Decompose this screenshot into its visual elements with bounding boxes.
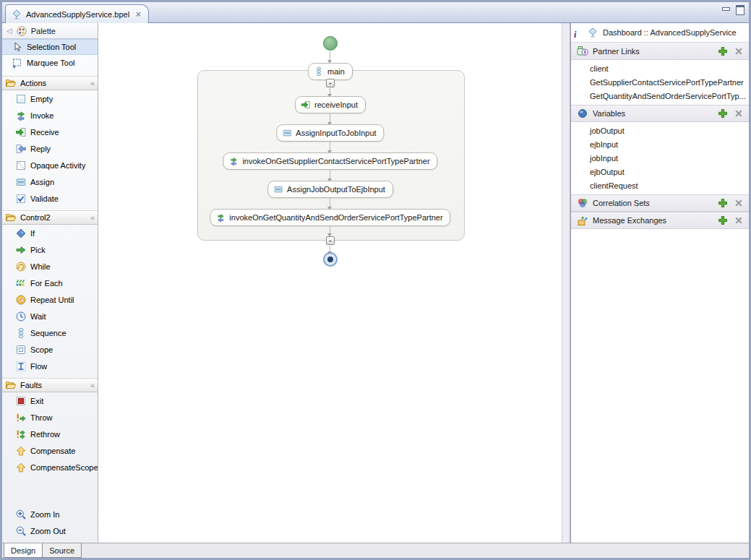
variable-item[interactable]: ejbOutput [571,165,749,178]
delete-icon[interactable] [733,46,744,57]
collapse-toggle[interactable]: - [326,79,335,87]
add-icon[interactable] [717,108,729,119]
palette-item-rethrow[interactable]: Rethrow [2,426,98,442]
partner-link-label: client [590,64,609,73]
node-AssignJobOutputToEjbInput[interactable]: AssignJobOutputToEjbInput [267,181,393,198]
palette-item-wait[interactable]: Wait [2,308,98,324]
compensate-scope-icon [15,462,27,473]
pick-icon [15,244,27,256]
assign-icon [15,176,27,188]
palette-panel: ◁ Palette Selection Tool Marquee Tool [2,23,98,543]
palette-item-label: Rethrow [30,430,60,439]
compensate-icon [15,445,27,457]
tab-source[interactable]: Source [42,543,82,558]
palette-header[interactable]: ◁ Palette [2,23,98,39]
palette-item-invoke[interactable]: Invoke [2,107,98,124]
partner-link-item[interactable]: client [571,61,749,75]
palette-item-label: Throw [30,413,53,422]
correlation-set-icon [577,197,588,209]
add-icon[interactable] [717,46,729,57]
receive-icon [301,100,311,110]
exit-icon [15,395,27,407]
tray-section-correlation-sets[interactable]: Correlation Sets [571,194,749,212]
palette-item-zoom-out[interactable]: Zoom Out [2,522,98,539]
pin-icon[interactable]: « [90,381,94,389]
palette-item-compensate-scope[interactable]: CompensateScope [2,459,98,475]
start-event-node[interactable] [323,36,338,51]
partner-link-item[interactable]: GetSupplierContactServicePortTypePartner [571,75,749,89]
palette-item-reply[interactable]: Reply [2,140,98,157]
tray-splitter[interactable] [562,23,570,543]
variable-label: ejbInput [590,140,618,149]
delete-icon[interactable] [733,108,744,119]
tray-section-variables[interactable]: Variables [571,105,749,122]
tab-design[interactable]: Design [4,543,43,558]
palette-item-pick[interactable]: Pick [2,241,98,258]
tray-section-title: Correlation Sets [593,199,650,207]
flow-connector [330,87,330,95]
tray-section-message-exchanges[interactable]: Message Exchanges [571,212,749,229]
node-AssignInputToJobInput[interactable]: AssignInputToJobInput [276,124,384,142]
node-receiveInput[interactable]: receiveInput [295,96,366,113]
palette-item-label: Repeat Until [30,296,74,304]
node-invokeOnGetSupplierContactServicePortTypePartner[interactable]: invokeOnGetSupplierContactServicePortTyp… [223,152,437,170]
folder-icon [5,212,17,223]
palette-item-opaque-activity[interactable]: Opaque Activity [2,157,98,173]
palette-item-empty[interactable]: Empty [2,90,98,107]
palette-item-label: Validate [30,194,59,203]
validate-icon [15,193,27,204]
delete-icon[interactable] [733,197,744,209]
palette-item-throw[interactable]: Throw [2,409,98,426]
palette-item-repeat-until[interactable]: Repeat Until [2,291,98,308]
delete-icon[interactable] [733,215,744,226]
variable-label: jobInput [590,154,618,163]
activity-label: AssignJobOutputToEjbInput [287,185,385,194]
palette-item-validate[interactable]: Validate [2,190,98,207]
minimize-icon[interactable] [721,5,731,13]
collapse-toggle[interactable]: - [326,236,335,245]
flow-connector [330,142,330,151]
sequence-icon [314,66,324,77]
maximize-icon[interactable] [735,5,744,13]
variable-item[interactable]: clientRequest [571,178,749,192]
palette-item-exit[interactable]: Exit [2,392,98,409]
palette-item-zoom-in[interactable]: Zoom In [2,506,98,522]
palette-item-label: Empty [30,95,53,103]
activity-label: invokeOnGetQuantityAndSendOrderServicePo… [229,213,442,222]
variable-item[interactable]: jobOutput [571,124,749,137]
palette-section-actions[interactable]: Actions « [2,76,98,90]
palette-collapse-icon[interactable]: ◁ [7,27,12,35]
process-canvas[interactable]: main - receiveInput AssignInputToJobInpu… [98,23,562,543]
end-event-node[interactable] [323,252,338,267]
pin-icon[interactable]: « [90,213,94,222]
palette-item-receive[interactable]: Receive [2,124,98,140]
palette-section-control2[interactable]: Control2 « [2,210,98,225]
close-icon[interactable]: × [136,9,141,20]
node-invokeOnGetQuantityAndSendOrderServicePortTypePartner[interactable]: invokeOnGetQuantityAndSendOrderServicePo… [210,209,450,226]
palette-item-while[interactable]: While [2,258,98,275]
for-each-icon [15,277,27,289]
tray-section-partner-links[interactable]: Partner Links [571,43,749,60]
palette-item-flow[interactable]: Flow [2,358,98,374]
palette-section-faults[interactable]: Faults « [2,378,98,392]
add-icon[interactable] [717,197,729,209]
palette-item-sequence[interactable]: Sequence [2,324,98,341]
partner-link-item[interactable]: GetQuantityAndSendOrderServicePortTyp... [571,89,749,103]
palette-item-label: Assign [30,178,54,186]
palette-item-if[interactable]: If [2,225,98,241]
editor-tab[interactable]: AdvancedSupplyService.bpel × [5,4,149,23]
palette-tool-selection[interactable]: Selection Tool [2,39,98,55]
palette-item-assign[interactable]: Assign [2,173,98,190]
sequence-icon [15,327,27,339]
palette-tool-marquee[interactable]: Marquee Tool [2,55,98,71]
palette-item-compensate[interactable]: Compensate [2,442,98,459]
palette-item-label: Compensate [30,447,75,455]
palette-item-for-each[interactable]: For Each [2,275,98,291]
page-tab-bar: Design Source [2,543,749,558]
add-icon[interactable] [717,215,729,226]
variable-item[interactable]: ejbInput [571,137,749,151]
variable-item[interactable]: jobInput [571,151,749,165]
node-main[interactable]: main [308,63,353,80]
palette-item-scope[interactable]: Scope [2,341,98,358]
pin-icon[interactable]: « [90,79,94,87]
